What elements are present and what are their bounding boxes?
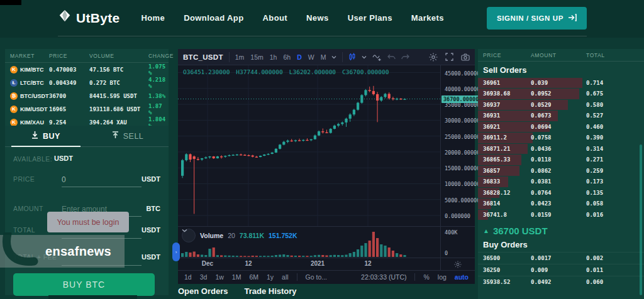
fullscreen-icon[interactable]: [445, 53, 453, 61]
tab-buy[interactable]: BUY: [5, 126, 87, 146]
last-price: ▲ 36700 USDT: [478, 220, 644, 239]
orderbook-row[interactable]: 36871.210.04360.314: [478, 143, 644, 155]
candlestick-chart[interactable]: O36451.230000 H37744.000000 L36202.00000…: [178, 65, 475, 226]
market-row[interactable]: KKIM/USDT16965193118.686 USDT1.87 %: [5, 102, 169, 116]
nav-link-home[interactable]: Home: [141, 13, 165, 23]
range-1M[interactable]: 1M: [232, 273, 242, 281]
ohlc-low: L36202.000000: [289, 68, 336, 75]
settings-gear-icon[interactable]: [429, 53, 438, 62]
chevron-down-icon[interactable]: [331, 55, 336, 59]
range-1d[interactable]: 1d: [184, 273, 192, 281]
available-value: USDT: [54, 155, 73, 162]
orderbook-row[interactable]: 362500.0090.011: [478, 264, 644, 276]
chart-style-icon[interactable]: [348, 53, 356, 61]
axis-settings-gear-icon[interactable]: [440, 258, 475, 270]
coin-icon: ₿: [10, 92, 18, 100]
orderbook-panel: PRICE AMOUNT TOTAL Sell Orders 369610.03…: [478, 49, 644, 299]
orderbook-row[interactable]: 368140.04230.058: [478, 198, 644, 210]
range-1w[interactable]: 1w: [215, 273, 223, 281]
tab-sell-label: SELL: [123, 132, 144, 141]
orderbook-row[interactable]: 36741.80.01590.016: [478, 209, 644, 220]
interval-1h[interactable]: 1h: [270, 53, 277, 61]
col-amount: AMOUNT: [531, 52, 586, 58]
market-row[interactable]: KKIM/BTC0.47000347.156 BTC1.075 %: [5, 63, 169, 76]
auto-scale-button[interactable]: auto: [455, 273, 469, 281]
app-logo[interactable]: UtByte: [58, 9, 119, 26]
orderbook-row[interactable]: 36828.120.07640.135: [478, 187, 644, 198]
orderbook-row[interactable]: 36938.680.09520.675: [478, 89, 644, 100]
redo-icon[interactable]: [401, 54, 409, 60]
top-left-artifact: [0, 0, 21, 5]
range-buttons: 1d3d1w1M6M1yall: [184, 273, 289, 281]
price-tick: 5000.000000: [445, 197, 480, 204]
sell-arrow-icon: [112, 131, 119, 141]
orderbook-header: PRICE AMOUNT TOTAL: [478, 49, 644, 62]
divider: [297, 273, 297, 281]
amount-label: AMOUNT: [13, 205, 43, 212]
tab-buy-label: BUY: [43, 132, 60, 141]
sell-orders-title: Sell Orders: [478, 62, 644, 77]
orderbook-row[interactable]: 36911.20.07580.390: [478, 133, 644, 144]
chart-toolbar: BTC_USDT 1m15m1h6hDWM: [178, 49, 475, 65]
orderbook-row[interactable]: 365000.00170.002: [478, 252, 644, 264]
tab-trade-history[interactable]: Trade History: [244, 286, 296, 296]
interval-6h[interactable]: 6h: [283, 53, 291, 61]
nav-link-download-app[interactable]: Download App: [184, 13, 243, 23]
range-6M[interactable]: 6M: [249, 273, 258, 281]
orderbook-row[interactable]: 368330.03810.173: [478, 177, 644, 188]
interval-15m[interactable]: 15m: [250, 53, 263, 61]
orderbook-row[interactable]: 368570.08620.259: [478, 165, 644, 177]
collapse-chevron-icon[interactable]: [182, 229, 196, 242]
candles-plot: [178, 65, 440, 226]
range-3d[interactable]: 3d: [200, 273, 208, 281]
market-row[interactable]: ŁLTC/BTC0.0043490.272 BTC4.218 %: [5, 76, 169, 89]
nav-link-about[interactable]: About: [263, 13, 288, 23]
nav-link-user-plans[interactable]: User Plans: [348, 13, 392, 23]
market-trade-panel: MARKET PRICE VOLUME CHANGE KKIM/BTC0.470…: [5, 49, 169, 295]
panel-drawer-handle[interactable]: ›: [172, 242, 180, 261]
tooltip-text: You must be login: [57, 218, 119, 227]
orderbook-row[interactable]: 369370.05290.580: [478, 99, 644, 111]
camera-icon[interactable]: [461, 53, 470, 61]
available-row: AVAILABLE: USDT: [5, 153, 169, 167]
goto-button[interactable]: Go to...: [306, 273, 327, 281]
divider: [414, 273, 415, 281]
buy-sell-tabbar: BUY SELL: [5, 126, 169, 147]
percent-scale-button[interactable]: %: [423, 273, 429, 281]
orderbook-row[interactable]: 369210.06940.460: [478, 121, 644, 133]
volume-pane: Volume 20 73.811K 151.752K 400K 0: [178, 226, 475, 258]
indicators-icon[interactable]: [372, 53, 382, 61]
orderbook-scrollbar[interactable]: [640, 144, 642, 295]
buy-orders-title: Buy Orders: [478, 239, 644, 252]
signin-button[interactable]: SIGNIN / SIGN UP: [487, 7, 587, 30]
interval-D[interactable]: D: [297, 53, 302, 61]
undo-icon[interactable]: [387, 54, 396, 60]
utc-clock[interactable]: 22:03:33 (UTC): [361, 273, 406, 281]
price-axis[interactable]: 45000.00000040000.00000035000.0000003000…: [440, 65, 475, 226]
price-input[interactable]: [62, 172, 142, 187]
tab-open-orders[interactable]: Open Orders: [178, 286, 228, 296]
orderbook-row[interactable]: 36865.330.01180.271: [478, 155, 644, 166]
orderbook-row[interactable]: 35938.520.04920.060: [478, 276, 644, 288]
market-row[interactable]: ₿BTC/USDT3670084415.595 USDT1.38%: [5, 89, 169, 102]
nav-link-news[interactable]: News: [306, 13, 329, 23]
interval-1m[interactable]: 1m: [235, 53, 245, 61]
orderbook-row[interactable]: 369310.06730.527: [478, 111, 644, 122]
volume-param: 20: [228, 232, 235, 239]
range-1y[interactable]: 1y: [267, 273, 274, 281]
watermark-text: ensafnews: [45, 244, 111, 259]
orderbook-row[interactable]: 369610.0390.714: [478, 77, 644, 89]
amount-suffix: BTC: [146, 205, 160, 212]
col-price: PRICE: [483, 52, 531, 58]
divider: [229, 52, 230, 62]
interval-W[interactable]: W: [308, 53, 314, 61]
range-all[interactable]: all: [282, 273, 289, 281]
ohlc-open: O36451.230000: [183, 68, 230, 75]
tab-sell[interactable]: SELL: [87, 126, 169, 146]
interval-M[interactable]: M: [321, 53, 326, 61]
log-scale-button[interactable]: log: [438, 273, 447, 281]
buy-btc-button[interactable]: BUY BTC: [13, 273, 155, 296]
nav-link-markets[interactable]: Markets: [411, 13, 444, 23]
time-axis[interactable]: Dec12202112: [178, 258, 475, 270]
chevron-down-icon[interactable]: [362, 55, 367, 59]
